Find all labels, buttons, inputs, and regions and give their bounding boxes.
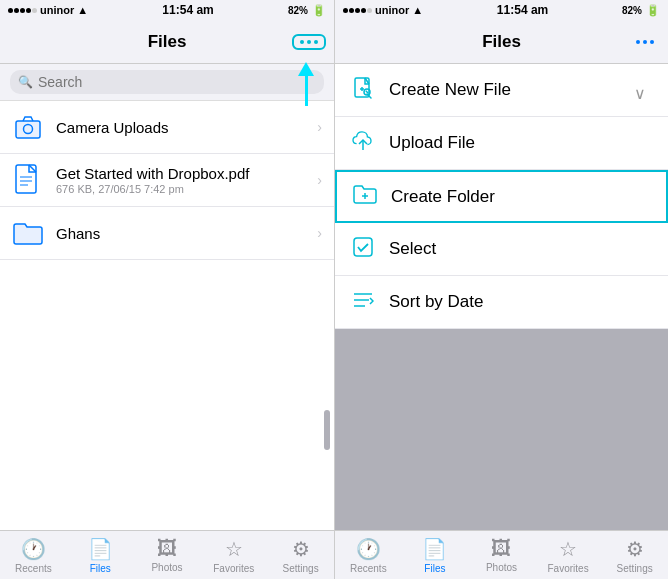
nav-bar-left: Files [0,20,334,64]
carrier-left: uninor [40,4,74,16]
pdf-name: Get Started with Dropbox.pdf [56,165,301,182]
tab-files-left[interactable]: 📄 Files [67,533,134,578]
tab-favorites-right[interactable]: ☆ Favorites [535,533,602,578]
dot2 [307,40,311,44]
pdf-meta: 676 KB, 27/06/15 7:42 pm [56,183,301,195]
dot3-r [650,40,654,44]
battery-left: 82% [288,5,308,16]
tab-recents-right[interactable]: 🕐 Recents [335,533,402,578]
create-folder-item[interactable]: Create Folder [335,170,668,223]
dot1 [300,40,304,44]
settings-icon-right: ⚙ [626,537,644,561]
create-folder-icon [353,184,377,209]
settings-label: Settings [283,563,319,574]
svg-line-10 [366,90,368,92]
battery-icon-left: 🔋 [312,4,326,17]
battery-right: 82% [622,5,642,16]
search-wrap[interactable]: 🔍 [10,70,324,94]
status-left-right: uninor ▲ [343,4,423,16]
search-icon: 🔍 [18,75,33,89]
nav-bar-right: Files ∨ [335,20,668,64]
settings-icon: ⚙ [292,537,310,561]
favorites-label-right: Favorites [548,563,589,574]
files-label: Files [90,563,111,574]
signal-dots-right [343,8,372,13]
time-left: 11:54 am [162,3,213,17]
status-bar-left: uninor ▲ 11:54 am 82% 🔋 [0,0,334,20]
recents-label: Recents [15,563,52,574]
dot1-r [636,40,640,44]
tab-photos-left[interactable]: 🖼 Photos [134,533,201,577]
create-new-file-item[interactable]: Create New File [335,64,668,117]
recents-icon-right: 🕐 [356,537,381,561]
camera-uploads-icon [12,111,44,143]
create-new-file-label: Create New File [389,80,511,100]
time-right: 11:54 am [497,3,548,17]
scroll-indicator [324,410,330,450]
favorites-icon-right: ☆ [559,537,577,561]
pdf-info: Get Started with Dropbox.pdf 676 KB, 27/… [56,165,301,195]
photos-icon: 🖼 [157,537,177,560]
more-options-button[interactable] [292,34,326,50]
sort-by-date-icon [351,289,375,316]
chevron-right-icon: › [317,172,322,188]
files-icon: 📄 [88,537,113,561]
left-panel: uninor ▲ 11:54 am 82% 🔋 Files 🔍 [0,0,334,579]
wifi-icon: ▲ [77,4,88,16]
search-input[interactable] [38,74,316,90]
carrier-right: uninor [375,4,409,16]
upload-file-icon [351,130,375,157]
sort-by-date-item[interactable]: Sort by Date [335,276,668,329]
status-right-right: 82% 🔋 [622,4,660,17]
list-item[interactable]: Camera Uploads › [0,101,334,154]
svg-rect-0 [16,121,40,138]
chevron-right-icon: › [317,225,322,241]
select-label: Select [389,239,436,259]
status-bar-right: uninor ▲ 11:54 am 82% 🔋 [335,0,668,20]
select-icon [351,236,375,263]
gray-area [335,329,668,530]
camera-uploads-info: Camera Uploads [56,119,301,136]
recents-icon: 🕐 [21,537,46,561]
select-item[interactable]: Select [335,223,668,276]
photos-icon-right: 🖼 [491,537,511,560]
list-item[interactable]: Ghans › [0,207,334,260]
tab-settings-left[interactable]: ⚙ Settings [267,533,334,578]
camera-uploads-name: Camera Uploads [56,119,301,136]
three-dots-blue [630,36,660,48]
sort-by-date-label: Sort by Date [389,292,484,312]
favorites-icon: ☆ [225,537,243,561]
create-folder-label: Create Folder [391,187,495,207]
tab-settings-right[interactable]: ⚙ Settings [601,533,668,578]
upload-file-item[interactable]: Upload File [335,117,668,170]
ghans-info: Ghans [56,225,301,242]
photos-label-right: Photos [486,562,517,573]
search-bar: 🔍 [0,64,334,101]
status-left: uninor ▲ [8,4,88,16]
signal-dots [8,8,37,13]
tab-photos-right[interactable]: 🖼 Photos [468,533,535,577]
arrow-head [298,62,314,76]
arrow-shaft [305,76,308,106]
list-item[interactable]: Get Started with Dropbox.pdf 676 KB, 27/… [0,154,334,207]
favorites-label: Favorites [213,563,254,574]
battery-icon-right: 🔋 [646,4,660,17]
tab-favorites-left[interactable]: ☆ Favorites [200,533,267,578]
dropdown-chevron-icon: ∨ [634,84,646,103]
more-options-button-right[interactable] [630,36,660,48]
tab-recents-left[interactable]: 🕐 Recents [0,533,67,578]
tab-bar-left: 🕐 Recents 📄 Files 🖼 Photos ☆ Favorites ⚙… [0,530,334,579]
files-icon-right: 📄 [422,537,447,561]
right-panel: uninor ▲ 11:54 am 82% 🔋 Files ∨ [334,0,668,579]
files-label-right: Files [424,563,445,574]
tab-files-right[interactable]: 📄 Files [402,533,469,578]
recents-label-right: Recents [350,563,387,574]
nav-title-left: Files [148,32,187,52]
arrow-indicator [298,62,314,106]
ghans-folder-icon [12,217,44,249]
photos-label: Photos [151,562,182,573]
file-list: Camera Uploads › Get Started with Dropbo… [0,101,334,530]
dot2-r [643,40,647,44]
tab-bar-right: 🕐 Recents 📄 Files 🖼 Photos ☆ Favorites ⚙… [335,530,668,579]
pdf-icon [12,164,44,196]
